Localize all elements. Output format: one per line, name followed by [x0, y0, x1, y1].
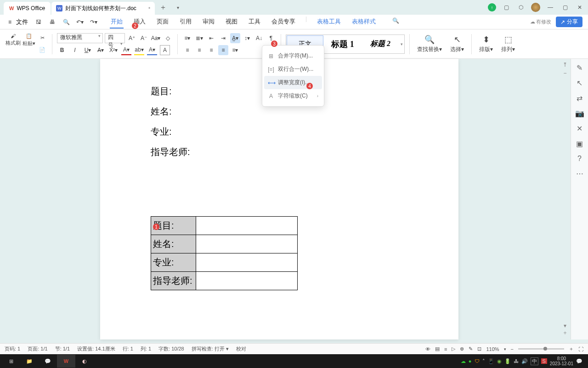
style-heading2[interactable]: 标题 2	[362, 35, 399, 53]
tab-view[interactable]: 视图	[225, 16, 238, 29]
help-icon[interactable]: ?	[577, 155, 582, 163]
down-icon[interactable]: ▾	[564, 322, 566, 329]
share-button[interactable]: ↗ 分享	[556, 17, 582, 27]
font-grow-icon[interactable]: A⁺	[127, 33, 137, 43]
fit-width-item[interactable]: ⟷调整宽度(I)...	[264, 76, 322, 89]
tray-ime1[interactable]: 中	[531, 357, 538, 365]
numbering-icon[interactable]: ≣▾	[194, 33, 204, 43]
document-tab[interactable]: W 封面下划线如何整齐划一.doc •	[51, 2, 155, 15]
tools-icon[interactable]: ✕	[577, 124, 582, 133]
tab-dropdown-button[interactable]: ▾	[171, 1, 184, 14]
phone-icon[interactable]: ▢	[502, 3, 511, 12]
top-align-icon[interactable]: ⤒	[563, 62, 567, 68]
align-center-icon[interactable]: ≡	[194, 45, 204, 55]
two-line-item[interactable]: [=]双行合一(W)...	[262, 63, 324, 76]
spell-check[interactable]: 拼写检查: 打开 ▾	[192, 345, 229, 352]
word-count[interactable]: 字数: 10/28	[158, 345, 184, 352]
minus-icon[interactable]: −	[563, 70, 566, 76]
select-button[interactable]: ↖选择▾	[447, 34, 467, 53]
zoom-fit-icon[interactable]: ⊡	[477, 346, 481, 352]
wechat-icon[interactable]: 💬	[39, 355, 57, 368]
wps-task-icon[interactable]: W	[57, 355, 75, 368]
zoom-out-icon[interactable]: −	[511, 346, 514, 352]
wps-home-tab[interactable]: W WPS Office	[4, 2, 51, 15]
maximize-button[interactable]: ▢	[560, 3, 570, 12]
array-button[interactable]: ⬚排列▾	[498, 34, 518, 53]
bullets-icon[interactable]: ≡▾	[182, 33, 192, 43]
fullscreen-icon[interactable]: ⛶	[578, 346, 583, 352]
undo-icon[interactable]: ↶▾	[75, 17, 85, 27]
underline-button[interactable]: U▾	[83, 45, 93, 55]
cell-label[interactable]: 姓名:	[151, 235, 196, 253]
align-left-icon[interactable]: ≡	[182, 45, 192, 55]
other-app-icon[interactable]: ◐	[75, 355, 94, 368]
copy-icon[interactable]: 📄	[37, 45, 47, 55]
camera-icon[interactable]: 📷	[575, 109, 584, 118]
row-info[interactable]: 行: 1	[123, 345, 133, 352]
cell-value[interactable]	[196, 253, 298, 272]
distribute-icon[interactable]: ≡▾	[230, 45, 240, 55]
tray-wechat-icon[interactable]: ●	[469, 358, 472, 364]
search-icon[interactable]: 🔍	[390, 16, 401, 26]
view-web-icon[interactable]: ⊕	[460, 346, 464, 352]
tray-battery-icon[interactable]: 🔋	[504, 358, 511, 364]
cell-value[interactable]	[196, 235, 298, 253]
save-icon[interactable]: 🖫	[34, 17, 44, 27]
tray-cloud-icon[interactable]: ☁	[461, 358, 466, 364]
sort-icon[interactable]: A↓	[254, 33, 264, 43]
char-border-button[interactable]: A	[160, 45, 170, 55]
text-direction-icon[interactable]: ↕▾	[242, 33, 252, 43]
tab-start[interactable]: 开始	[110, 16, 124, 29]
new-tab-button[interactable]: ＋	[157, 1, 170, 14]
form-table[interactable]: 题目: 姓名: 专业: 指导老师:	[151, 216, 298, 290]
zoom-slider[interactable]	[518, 348, 564, 350]
position-info[interactable]: 设置值: 14.1厘米	[77, 345, 115, 352]
case-icon[interactable]: Aa▾	[151, 33, 161, 43]
preview-icon[interactable]: 🔍	[61, 17, 71, 27]
tray-notification-icon[interactable]: 💬	[576, 358, 582, 364]
tab-tools[interactable]: 工具	[248, 16, 261, 29]
close-button[interactable]: ✕	[575, 3, 584, 12]
strike-button[interactable]: A̶▾	[96, 45, 106, 55]
font-shrink-icon[interactable]: A⁻	[139, 33, 149, 43]
align-right-icon[interactable]: ≡	[206, 45, 216, 55]
char-width-button[interactable]: A͍▾	[230, 33, 240, 43]
sync-icon[interactable]: ↑	[488, 3, 496, 12]
cell-value[interactable]	[196, 272, 298, 290]
view-draft-icon[interactable]: ✎	[469, 346, 473, 352]
redo-icon[interactable]: ↷▾	[89, 17, 99, 27]
tray-app-icon[interactable]: 📱	[488, 358, 494, 364]
minimize-button[interactable]: —	[546, 3, 555, 12]
modify-badge[interactable]: ☁ 有修改	[530, 18, 551, 25]
page-info[interactable]: 页面: 1/1	[28, 345, 47, 352]
zoom-in-icon[interactable]: ＋	[569, 345, 574, 352]
bold-button[interactable]: B	[57, 45, 67, 55]
tray-shield-icon[interactable]: 🛡	[475, 358, 480, 364]
indent-dec-icon[interactable]: ⇤	[206, 33, 216, 43]
zoom-value[interactable]: 110%	[486, 346, 499, 352]
avatar[interactable]	[531, 3, 540, 12]
tray-ime2[interactable]: S	[541, 358, 547, 364]
find-replace-button[interactable]: 🔍查找替换▾	[414, 34, 445, 53]
page-number[interactable]: 页码: 1	[5, 345, 20, 352]
tray-up-icon[interactable]: ˄	[482, 358, 485, 364]
pen-icon[interactable]: ✎	[577, 63, 582, 72]
shading-button[interactable]: A▾	[147, 45, 157, 55]
book-icon[interactable]: ▣	[576, 139, 583, 148]
font-color-button[interactable]: A▾	[121, 45, 131, 55]
cell-label[interactable]: 指导老师:	[151, 272, 196, 290]
plus-icon[interactable]: ＋	[562, 329, 568, 337]
cell-label[interactable]: 专业:	[151, 253, 196, 272]
tab-table-tools[interactable]: 表格工具	[316, 16, 342, 29]
explorer-icon[interactable]: 📁	[20, 355, 39, 368]
tab-review[interactable]: 审阅	[202, 16, 215, 29]
tab-table-style[interactable]: 表格样式	[351, 16, 377, 29]
arrange-button[interactable]: ⬍排版▾	[476, 34, 496, 53]
merge-chars-item[interactable]: ⊞合并字符(M)...	[262, 49, 324, 63]
eye-icon[interactable]: 👁	[425, 346, 430, 352]
start-button[interactable]: ⊞	[2, 355, 20, 368]
cursor-panel-icon[interactable]: ↖	[577, 79, 582, 87]
cell-value[interactable]	[196, 217, 298, 235]
font-size-combo[interactable]: 四号	[105, 33, 125, 43]
tray-nvidia-icon[interactable]: ◉	[497, 358, 502, 364]
